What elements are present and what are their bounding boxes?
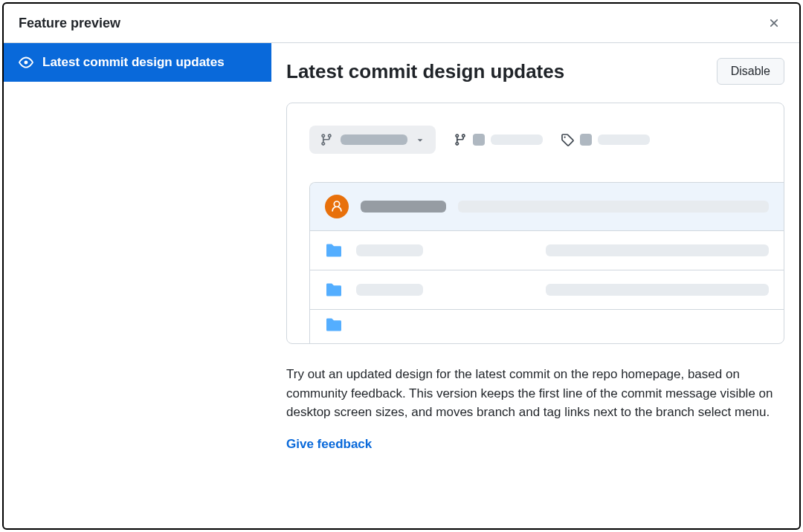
- eye-icon: [19, 55, 33, 70]
- tags-chip: [561, 133, 650, 146]
- sidebar-item-label: Latest commit design updates: [42, 55, 225, 70]
- avatar: [325, 195, 349, 218]
- placeholder-commit: [546, 244, 769, 256]
- file-row: [310, 310, 784, 344]
- file-panel: [309, 182, 784, 344]
- content-title: Latest commit design updates: [286, 60, 564, 83]
- preview-toolbar: [309, 126, 784, 154]
- sidebar: Latest commit design updates: [4, 43, 271, 528]
- chevron-down-icon: [415, 134, 425, 145]
- tag-icon: [561, 133, 574, 146]
- placeholder-square: [473, 134, 485, 146]
- close-icon: [767, 16, 781, 30]
- git-branch-icon: [320, 133, 333, 146]
- placeholder-bar: [491, 134, 543, 145]
- placeholder-bar: [598, 134, 650, 145]
- folder-icon: [325, 317, 343, 332]
- disable-button[interactable]: Disable: [717, 58, 784, 85]
- feature-description: Try out an updated design for the latest…: [286, 365, 784, 422]
- modal-title: Feature preview: [19, 16, 120, 31]
- placeholder-bar: [341, 134, 407, 145]
- placeholder-commit-msg: [458, 201, 769, 213]
- person-icon: [330, 200, 344, 213]
- commit-row: [310, 183, 784, 231]
- content-header: Latest commit design updates Disable: [286, 58, 784, 85]
- preview-illustration: [286, 103, 784, 344]
- placeholder-square: [580, 134, 592, 146]
- file-row: [310, 231, 784, 270]
- branch-select-pill: [309, 126, 436, 154]
- branches-chip: [454, 133, 543, 146]
- file-row: [310, 270, 784, 310]
- placeholder-author: [361, 201, 446, 213]
- placeholder-commit: [546, 284, 769, 296]
- close-button[interactable]: [764, 13, 784, 33]
- folder-icon: [325, 282, 343, 297]
- content-pane: Latest commit design updates Disable: [271, 43, 799, 528]
- folder-icon: [325, 243, 343, 258]
- placeholder-filename: [356, 284, 423, 296]
- modal-body: Latest commit design updates Latest comm…: [4, 43, 799, 528]
- feature-preview-modal: Feature preview Latest commit design upd…: [2, 2, 801, 530]
- sidebar-item-latest-commit-design[interactable]: Latest commit design updates: [4, 43, 271, 82]
- placeholder-filename: [356, 244, 423, 256]
- give-feedback-link[interactable]: Give feedback: [286, 437, 372, 451]
- modal-header: Feature preview: [4, 4, 799, 43]
- git-branch-icon: [454, 133, 467, 146]
